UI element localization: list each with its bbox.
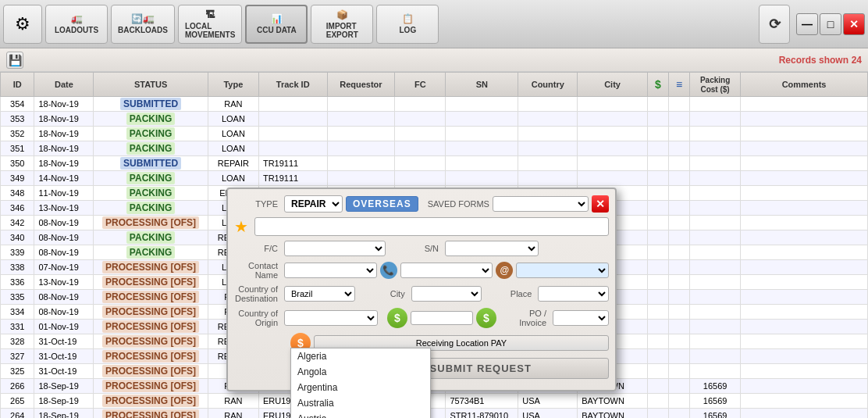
cell-packing — [690, 320, 741, 334]
cell-country — [518, 97, 578, 112]
cell-date: 18-Nov-19 — [34, 112, 94, 127]
minimize-button[interactable]: — — [796, 13, 818, 35]
cell-comments — [741, 305, 868, 320]
cell-status: SUBMITTED — [94, 97, 208, 112]
cell-comments — [741, 141, 868, 156]
table-row[interactable]: 349 14-Nov-19 PACKING LOAN TR19111 — [1, 171, 868, 186]
maximize-button[interactable]: □ — [820, 13, 841, 35]
cell-packing — [690, 112, 741, 127]
truck-icon: 🚛 — [71, 13, 83, 24]
pay-dollar-button[interactable]: $ — [387, 308, 407, 328]
local-movements-button[interactable]: 🏗 LOCALMOVEMENTS — [178, 5, 242, 44]
cell-date: 18-Sep-19 — [34, 409, 94, 419]
cell-status: SUBMITTED — [94, 156, 208, 171]
overseas-badge[interactable]: OVERSEAS — [346, 196, 418, 212]
sn-select[interactable] — [445, 241, 539, 256]
cell-type: REPAIR — [208, 156, 258, 171]
table-row[interactable]: 265 18-Sep-19 PROCESSING [OFS] RAN ERU19… — [1, 394, 868, 409]
cell-comments — [741, 349, 868, 364]
cell-dollar — [647, 127, 668, 141]
table-row[interactable]: 264 18-Sep-19 PROCESSING [OFS] RAN ERU19… — [1, 409, 868, 419]
modal-dialog[interactable]: TYPE REPAIR OVERSEAS SAVED FORMS ✕ ★ F/C — [226, 188, 617, 391]
cell-packing — [690, 141, 741, 156]
backloads-button[interactable]: 🔄🚛 BACKLOADS — [111, 5, 175, 44]
col-header-doc: ≡ — [668, 73, 689, 97]
origin-dropdown[interactable]: Algeria Angola Argentina Australia Austr… — [284, 310, 378, 326]
import-export-button[interactable]: 📦 IMPORTEXPORT — [311, 5, 373, 44]
table-row[interactable]: 353 18-Nov-19 PACKING LOAN — [1, 112, 868, 127]
cell-dollar — [647, 186, 668, 201]
email-icon[interactable]: @ — [496, 262, 513, 279]
cell-doc — [668, 156, 689, 171]
country-item-algeria[interactable]: Algeria — [291, 348, 430, 364]
saved-forms-select[interactable] — [493, 196, 589, 212]
cell-comments — [741, 394, 868, 409]
phone-icon[interactable]: 📞 — [380, 262, 397, 279]
cell-packing — [690, 364, 741, 379]
cell-comments — [741, 409, 868, 419]
cell-comments — [741, 334, 868, 349]
cell-date: 31-Oct-19 — [34, 349, 94, 364]
city-select[interactable] — [411, 286, 482, 302]
col-header-sn: SN — [446, 73, 518, 97]
cell-status: PROCESSING [OFS] — [94, 320, 208, 334]
fc-select[interactable] — [284, 241, 386, 256]
dest-select[interactable]: Brazil — [284, 286, 355, 302]
close-button[interactable]: ✕ — [843, 13, 865, 35]
pay-input[interactable] — [411, 311, 473, 325]
modal-row-contact: ContactName 📞 @ — [234, 261, 609, 280]
cell-sn — [446, 171, 518, 186]
cell-id: 334 — [1, 305, 34, 320]
contact-select[interactable] — [284, 263, 377, 278]
cell-dollar — [647, 156, 668, 171]
cell-status: PROCESSING [OFS] — [94, 349, 208, 364]
country-item-austria[interactable]: Austria — [291, 411, 430, 418]
cell-status: PACKING — [94, 230, 208, 245]
star-button[interactable]: ★ — [234, 217, 248, 236]
country-item-australia[interactable]: Australia — [291, 395, 430, 411]
loadouts-button[interactable]: 🚛 LOADOUTS — [45, 5, 108, 44]
table-row[interactable]: 352 18-Nov-19 PACKING LOAN — [1, 127, 868, 141]
table-row[interactable]: 350 18-Nov-19 SUBMITTED REPAIR TR19111 — [1, 156, 868, 171]
place-select[interactable] — [538, 286, 609, 302]
email-select[interactable] — [516, 263, 609, 278]
country-dropdown-list[interactable]: Algeria Angola Argentina Australia Austr… — [290, 348, 431, 418]
cell-date: 31-Oct-19 — [34, 364, 94, 379]
cell-status: PROCESSING [OFS] — [94, 409, 208, 419]
cell-city — [578, 141, 648, 156]
cell-packing — [690, 275, 741, 290]
type-select[interactable]: REPAIR — [284, 195, 343, 213]
cell-id: 353 — [1, 112, 34, 127]
refresh-button[interactable]: ⟳ — [759, 5, 790, 44]
po-select[interactable] — [553, 310, 609, 326]
cell-date: 13-Nov-19 — [34, 201, 94, 216]
cell-comments — [741, 97, 868, 112]
cell-dollar — [647, 409, 668, 419]
save-button[interactable]: 💾 — [6, 52, 23, 69]
cell-id: 350 — [1, 156, 34, 171]
log-button[interactable]: 📋 LOG — [376, 5, 439, 44]
pay-dollar-button2[interactable]: $ — [476, 308, 496, 328]
table-row[interactable]: 354 18-Nov-19 SUBMITTED RAN — [1, 97, 868, 112]
cell-dollar — [647, 260, 668, 275]
cell-packing — [690, 230, 741, 245]
table-row[interactable]: 351 18-Nov-19 PACKING LOAN — [1, 141, 868, 156]
cell-dollar — [647, 379, 668, 394]
name-input[interactable] — [254, 217, 609, 236]
origin-select[interactable] — [284, 310, 378, 326]
cell-sn: 75734B1 — [446, 394, 518, 409]
cell-track — [258, 97, 327, 112]
col-header-packing: PackingCost ($) — [690, 73, 741, 97]
cell-track — [258, 127, 327, 141]
ccu-data-button[interactable]: 📊 CCU DATA — [245, 5, 308, 44]
cell-doc — [668, 245, 689, 260]
cell-requestor — [327, 156, 395, 171]
gear-button[interactable]: ⚙ — [3, 5, 42, 44]
country-item-argentina[interactable]: Argentina — [291, 380, 430, 395]
cell-doc — [668, 379, 689, 394]
modal-row-fc-sn: F/C S/N — [234, 241, 609, 256]
country-item-angola[interactable]: Angola — [291, 364, 430, 380]
phone-select[interactable] — [400, 263, 493, 278]
modal-close-button[interactable]: ✕ — [592, 195, 609, 213]
cell-comments — [741, 364, 868, 379]
